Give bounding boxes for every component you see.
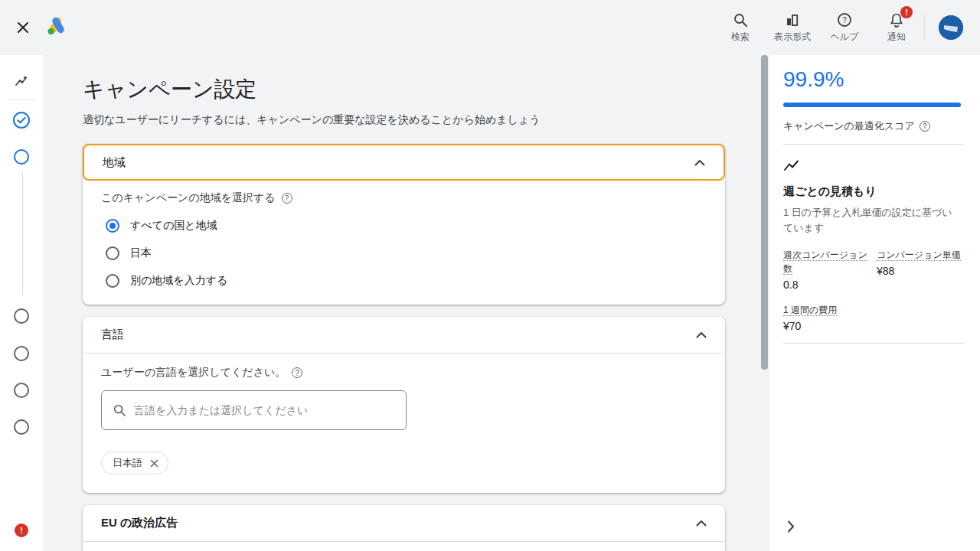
optimization-score-label: キャンペーンの最適化スコア (783, 119, 915, 133)
radio-unselected-icon[interactable] (106, 246, 119, 260)
radio-unselected-icon[interactable] (106, 274, 119, 288)
stat-weekly-cost-value: ¥70 (783, 320, 874, 332)
step-upcoming-3[interactable] (14, 383, 29, 398)
help-icon: ? (837, 12, 852, 28)
estimates-subtitle: 1 日の予算と入札単価の設定に基づいています (783, 205, 961, 236)
chart-layout-icon (785, 12, 800, 28)
eu-card-header[interactable]: EU の政治広告 (83, 505, 725, 542)
stat-weekly-conversions-value: 0.8 (783, 279, 874, 291)
location-card-header[interactable]: 地域 (83, 144, 725, 181)
notification-badge: ! (900, 6, 913, 18)
stat-weekly-cost: 1 週間の費用 ¥70 (783, 303, 874, 332)
progress-rail: ! (0, 55, 43, 551)
language-question: ユーザーの言語を選択してください。 (101, 366, 286, 380)
insights-icon (14, 74, 29, 90)
step-current[interactable] (14, 149, 29, 165)
notifications-label: 通知 (887, 31, 906, 44)
page-subtitle: 適切なユーザーにリーチするには、キャンペーンの重要な設定を決めることから始めまし… (83, 113, 769, 127)
help-circle-icon[interactable] (282, 193, 292, 204)
language-card: 言語 ユーザーの言語を選択してください。 日本語 (83, 317, 725, 493)
rail-connector (22, 172, 23, 295)
language-chip-label: 日本語 (113, 456, 142, 470)
radio-selected-icon[interactable] (106, 219, 119, 233)
notifications-button[interactable]: ! 通知 (874, 8, 919, 47)
eu-card-title: EU の政治広告 (101, 516, 178, 530)
location-card: 地域 このキャンペーンの地域を選択する すべての国と地域 日本 別の地域を入力す… (83, 144, 725, 305)
location-question: このキャンペーンの地域を選択する (101, 191, 276, 205)
error-badge-icon[interactable]: ! (15, 523, 28, 537)
optimization-panel: 99.9% キャンペーンの最適化スコア 週ごとの見積もり 1 日の予算と入札単価… (769, 55, 980, 551)
location-card-body: このキャンペーンの地域を選択する すべての国と地域 日本 別の地域を入力する (83, 181, 725, 305)
layout-label: 表示形式 (774, 31, 811, 44)
language-card-header[interactable]: 言語 (83, 317, 725, 354)
rail-divider (8, 99, 35, 100)
optimization-score-value: 99.9% (783, 67, 965, 92)
location-card-title: 地域 (103, 155, 126, 170)
topbar-divider (924, 15, 925, 40)
chip-remove-icon[interactable] (150, 459, 158, 468)
language-card-title: 言語 (101, 328, 124, 342)
eu-political-ads-card: EU の政治広告 (83, 505, 725, 551)
trending-icon (783, 158, 965, 174)
language-search-box (101, 390, 407, 430)
main-scrollbar[interactable] (761, 55, 768, 370)
estimates-stats: 週次コンバージョン数 0.8 コンバージョン単価 ¥88 1 週間の費用 ¥70 (783, 248, 967, 332)
help-button[interactable]: ? ヘルプ (822, 8, 867, 47)
radio-option-other-location[interactable]: 別の地域を入力する (106, 274, 707, 288)
chevron-up-icon[interactable] (694, 159, 705, 166)
topbar-actions: 検索 表示形式 ? ヘルプ ! 通知 (718, 8, 919, 47)
avatar[interactable] (939, 15, 963, 40)
google-ads-logo (44, 14, 67, 37)
language-search-input[interactable] (134, 404, 395, 416)
page-title: キャンペーン設定 (83, 75, 769, 104)
close-icon[interactable] (14, 18, 32, 37)
chevron-up-icon[interactable] (696, 331, 707, 338)
layout-button[interactable]: 表示形式 (770, 8, 815, 47)
estimates-title: 週ごとの見積もり (783, 184, 965, 199)
search-icon (113, 403, 126, 417)
chevron-right-icon[interactable] (780, 516, 802, 537)
eu-card-body (83, 542, 725, 551)
search-icon (733, 12, 748, 28)
step-upcoming-4[interactable] (14, 419, 29, 435)
step-upcoming-2[interactable] (14, 346, 29, 361)
radio-option-all-countries[interactable]: すべての国と地域 (106, 219, 707, 233)
help-circle-icon[interactable] (920, 121, 930, 132)
stat-cost-per-conversion: コンバージョン単価 ¥88 (877, 248, 967, 291)
panel-divider (783, 144, 964, 145)
svg-text:?: ? (842, 16, 847, 24)
main-content: キャンペーン設定 適切なユーザーにリーチするには、キャンペーンの重要な設定を決め… (43, 55, 769, 551)
top-app-bar: 検索 表示形式 ? ヘルプ ! 通知 (0, 0, 980, 55)
stat-cost-per-conversion-value: ¥88 (877, 265, 967, 277)
help-label: ヘルプ (831, 31, 859, 44)
stat-weekly-conversions: 週次コンバージョン数 0.8 (783, 248, 874, 291)
step-upcoming-1[interactable] (14, 308, 29, 324)
search-button[interactable]: 検索 (718, 8, 763, 47)
radio-option-japan[interactable]: 日本 (106, 246, 707, 260)
panel-divider (783, 343, 964, 344)
language-card-body: ユーザーの言語を選択してください。 日本語 (83, 354, 725, 493)
chevron-up-icon[interactable] (696, 520, 707, 527)
language-chip[interactable]: 日本語 (101, 452, 168, 474)
help-circle-icon[interactable] (292, 367, 302, 378)
search-label: 検索 (731, 31, 750, 44)
optimization-score-bar (783, 103, 961, 107)
step-completed-icon[interactable] (12, 111, 31, 129)
